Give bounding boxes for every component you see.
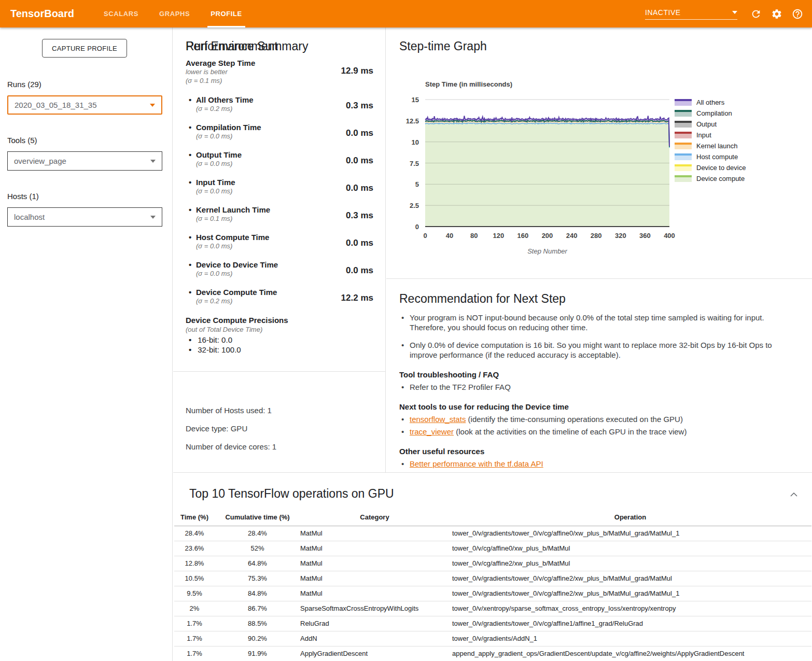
metric-item: •All Others Time(σ = 0.2 ms)0.3 ms [186,95,373,113]
legend-swatch [675,132,692,138]
chevron-up-icon [789,491,799,498]
table-cell: 84.8% [215,586,300,601]
metric-value: 0.0 ms [346,238,373,248]
bullet: • [189,205,191,214]
tools-select-value: overview_page [14,157,150,165]
table-cell: MatMul [300,586,449,601]
tool-link[interactable]: trace_viewer [410,427,454,436]
run-env-item: Number of device cores: 1 [186,442,276,451]
table-cell: 9.5% [174,586,215,601]
reload-status-select[interactable]: INACTIVE [645,8,737,20]
recommendation-section: Recommendation for Next Step Your progra… [399,278,801,471]
other-resources-title: Other useful resources [399,447,801,456]
table-row: 2%86.7%SparseSoftmaxCrossEntropyWithLogi… [174,601,811,616]
metric-item: •Kernel Launch Time(σ = 0.1 ms)0.3 ms [186,205,373,223]
svg-text:160: 160 [517,232,529,240]
svg-text:2.5: 2.5 [410,202,419,209]
capture-profile-button[interactable]: CAPTURE PROFILE [42,39,127,58]
legend-swatch [675,153,692,160]
main-tabs: SCALARS GRAPHS PROFILE [96,0,256,27]
legend-label: Device to device [696,164,746,172]
table-row: 1.7%88.5%ReluGradtower_0/v/gradients/tow… [174,616,811,631]
table-cell: tower_0/v/gradients/tower_0/v/cg/affine2… [449,586,811,601]
table-row: 9.5%84.8%MatMultower_0/v/gradients/tower… [174,586,811,601]
runs-label: Runs (29) [7,80,41,89]
average-step-time: Average Step Time lower is better (σ = 0… [186,59,373,85]
precisions-title: Device Compute Precisions [186,316,288,325]
chevron-down-icon [732,11,737,14]
bullet: • [189,123,191,132]
faq-bullet: Refer to the TF2 Profiler FAQ [399,382,801,392]
legend-label: All others [696,99,724,106]
svg-text:12.5: 12.5 [406,117,419,125]
table-cell: MatMul [300,571,449,586]
column-header: Cumulative time (%) [215,498,300,526]
bullet: • [189,178,191,187]
resource-link-item: Better performance with the tf.data API [399,459,801,469]
table-row: 23.6%52%MatMultower_0/v/cg/affine0/xw_pl… [174,541,811,556]
svg-text:280: 280 [591,232,602,240]
tab-profile[interactable]: PROFILE [203,0,249,27]
legend-item: Host compute [675,151,746,162]
hosts-select-value: localhost [14,213,150,221]
table-cell: 91.9% [215,646,300,661]
help-button[interactable] [787,4,808,24]
faq-title: Tool troubleshooting / FAQ [399,370,801,379]
legend-item: Output [675,119,746,130]
table-cell: 1.7% [174,616,215,631]
column-header: Operation [449,498,811,526]
metric-value: 0.0 ms [346,265,373,276]
tool-link[interactable]: tensorflow_stats [410,415,466,424]
metric-sigma: (σ = 0.1 ms) [186,76,373,85]
settings-button[interactable] [766,4,787,24]
hosts-select[interactable]: localhost [7,207,162,227]
gear-icon [771,8,782,20]
legend-swatch [675,99,692,106]
table-cell: tower_0/v/gradients/tower_0/v/cg/affine1… [449,616,811,631]
table-cell: 10.5% [174,571,215,586]
metric-value: 12.9 ms [341,66,373,76]
metric-value: 0.3 ms [346,101,373,111]
reload-status-value: INACTIVE [645,8,732,17]
refresh-button[interactable] [746,4,766,24]
hosts-label: Hosts (1) [7,192,39,201]
tab-graphs[interactable]: GRAPHS [152,0,197,27]
runs-select-value: 2020_03_05_18_31_35 [15,101,150,109]
run-env-item: Number of Hosts used: 1 [186,406,272,415]
divider [173,371,386,372]
chevron-down-icon [150,216,156,219]
run-environment-title: Run Environment [186,39,278,53]
metric-item: •Device Compute Time(σ = 0.2 ms)12.2 ms [186,288,373,305]
svg-text:5: 5 [415,180,419,188]
svg-text:40: 40 [446,232,453,240]
resource-link[interactable]: Better performance with the tf.data API [410,459,543,468]
svg-text:360: 360 [639,232,651,240]
tab-scalars[interactable]: SCALARS [96,0,146,27]
legend-label: Input [696,131,711,139]
tool-link-item: tensorflow_stats (identify the time-cons… [399,414,801,424]
bullet: • [189,233,191,242]
svg-text:80: 80 [470,232,478,240]
table-row: 10.5%75.3%MatMultower_0/v/gradients/towe… [174,571,811,586]
table-cell: ReluGrad [300,616,449,631]
runs-select[interactable]: 2020_03_05_18_31_35 [7,95,162,115]
legend-label: Device compute [696,175,745,182]
tools-select[interactable]: overview_page [7,151,162,171]
metric-value: 0.0 ms [346,183,373,193]
legend-swatch [675,143,692,149]
table-cell: tower_0/v/gradients/AddN_1 [449,631,811,646]
table-cell: AddN [300,631,449,646]
collapse-button[interactable] [789,490,799,498]
top-ops-panel: Top 10 TensorFlow operations on GPU Time… [173,472,812,661]
table-cell: append_apply_gradient_ops/GradientDescen… [449,646,811,661]
table-cell: 23.6% [174,541,215,556]
metric-value: 0.0 ms [346,156,373,166]
table-cell: 1.7% [174,631,215,646]
table-cell: MatMul [300,526,449,541]
tool-link-item: trace_viewer (look at the activities on … [399,427,801,437]
step-time-chart: 02.557.51012.515040801201602002402803203… [386,27,812,278]
bullet: • [189,95,191,104]
legend-item: Device to device [675,162,746,173]
svg-text:400: 400 [664,232,675,240]
legend-swatch [675,164,692,171]
